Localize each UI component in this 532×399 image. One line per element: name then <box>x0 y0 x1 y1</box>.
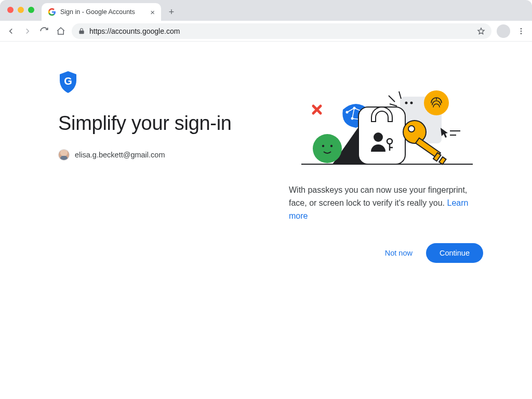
window-controls <box>7 7 34 13</box>
svg-point-11 <box>313 134 342 163</box>
browser-toolbar: https://accounts.google.com <box>0 21 532 42</box>
svg-point-33 <box>424 90 449 115</box>
address-bar[interactable]: https://accounts.google.com <box>72 23 491 39</box>
svg-point-12 <box>322 145 324 147</box>
user-email: elisa.g.beckett@gmail.com <box>75 151 165 159</box>
action-row: Not now Continue <box>289 243 483 263</box>
passkey-illustration <box>286 81 483 175</box>
account-chip: elisa.g.beckett@gmail.com <box>58 149 276 161</box>
page-content: G Simplify your sign-in elisa.g.beckett@… <box>0 42 532 263</box>
svg-point-29 <box>408 126 415 132</box>
svg-line-9 <box>390 104 397 106</box>
bookmark-star-icon[interactable] <box>477 27 485 35</box>
browser-tab-active[interactable]: Sign in - Google Accounts × <box>42 3 161 21</box>
url-text: https://accounts.google.com <box>89 27 473 35</box>
svg-rect-32 <box>439 157 446 164</box>
browser-titlebar: Sign in - Google Accounts × + <box>0 0 532 21</box>
continue-button[interactable]: Continue <box>426 243 483 263</box>
user-avatar <box>58 149 70 161</box>
svg-point-6 <box>405 102 408 104</box>
tab-close-button[interactable]: × <box>150 8 155 16</box>
not-now-button[interactable]: Not now <box>381 244 417 262</box>
svg-point-1 <box>521 30 522 32</box>
chrome-menu-button[interactable] <box>515 27 527 35</box>
page-headline: Simplify your sign-in <box>58 112 276 135</box>
svg-point-7 <box>410 102 413 104</box>
svg-text:G: G <box>64 75 72 87</box>
window-zoom-button[interactable] <box>28 7 34 13</box>
nav-reload-button[interactable] <box>38 25 50 37</box>
window-close-button[interactable] <box>7 7 14 13</box>
svg-line-10 <box>399 91 401 99</box>
svg-point-0 <box>521 28 522 30</box>
lock-icon <box>78 28 85 35</box>
svg-line-8 <box>389 96 395 102</box>
svg-point-24 <box>374 132 383 142</box>
description-text: With passkeys you can now use your finge… <box>289 185 467 207</box>
new-tab-button[interactable]: + <box>164 5 179 19</box>
nav-back-button[interactable] <box>5 25 17 37</box>
tab-favicon <box>48 8 56 16</box>
svg-point-2 <box>521 33 522 34</box>
tab-title: Sign in - Google Accounts <box>60 8 146 16</box>
nav-forward-button[interactable] <box>22 25 33 37</box>
window-minimize-button[interactable] <box>18 7 24 13</box>
svg-point-13 <box>330 145 332 147</box>
tab-strip: Sign in - Google Accounts × + <box>42 0 179 21</box>
passkey-description: With passkeys you can now use your finge… <box>289 184 483 222</box>
nav-home-button[interactable] <box>55 25 66 37</box>
google-shield-logo: G <box>58 71 78 94</box>
chrome-profile-avatar[interactable] <box>497 24 510 38</box>
